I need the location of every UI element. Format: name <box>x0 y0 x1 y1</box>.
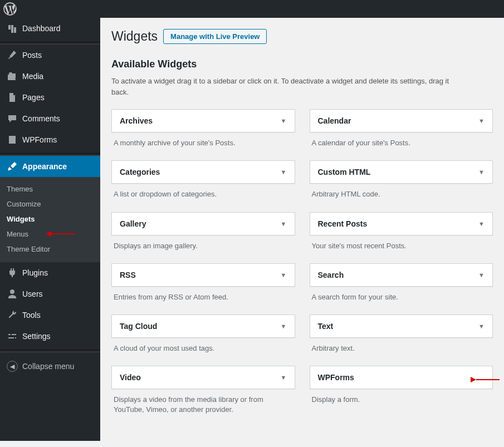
widget-title: Calendar <box>318 116 351 125</box>
widget-description: Displays an image gallery. <box>111 235 295 254</box>
collapse-menu[interactable]: ◀ Collapse menu <box>0 356 100 377</box>
sidebar-item-label: Plugins <box>22 268 48 277</box>
widget-video[interactable]: Video ▼ <box>111 366 295 389</box>
wrench-icon <box>7 310 18 321</box>
widget-search[interactable]: Search ▼ <box>310 263 493 287</box>
chevron-down-icon: ▼ <box>478 169 485 175</box>
admin-topbar <box>0 0 504 18</box>
widget-description: A search form for your site. <box>310 287 493 306</box>
widget-recent-posts[interactable]: Recent Posts ▼ <box>310 212 493 235</box>
collapse-icon: ◀ <box>7 361 18 372</box>
sidebar-item-label: Posts <box>22 51 42 60</box>
sidebar-item-label: WPForms <box>22 135 57 144</box>
widget-title: Recent Posts <box>318 219 368 228</box>
submenu-menus[interactable]: Menus <box>0 227 100 242</box>
admin-sidebar: Dashboard Posts Media Pages Comments WPF… <box>0 18 100 441</box>
widget-description: A list or dropdown of categories. <box>111 184 295 203</box>
chevron-down-icon: ▼ <box>281 220 287 227</box>
available-widgets-description: To activate a widget drag it to a sideba… <box>111 76 468 98</box>
chevron-down-icon: ▼ <box>478 220 485 227</box>
sidebar-item-comments[interactable]: Comments <box>0 108 100 129</box>
sidebar-item-label: Tools <box>22 311 41 320</box>
comment-icon <box>7 113 18 124</box>
sidebar-item-label: Media <box>22 72 43 81</box>
pin-icon <box>7 50 18 61</box>
sidebar-divider <box>0 350 100 352</box>
sidebar-item-wpforms[interactable]: WPForms <box>0 129 100 150</box>
widget-title: Text <box>318 322 334 331</box>
sidebar-item-pages[interactable]: Pages <box>0 87 100 108</box>
sidebar-item-tools[interactable]: Tools <box>0 304 100 326</box>
widget-categories[interactable]: Categories ▼ <box>111 160 295 184</box>
widget-description: Entries from any RSS or Atom feed. <box>111 287 295 306</box>
widget-description: A monthly archive of your site's Posts. <box>111 132 295 151</box>
widget-description: Arbitrary HTML code. <box>310 184 493 203</box>
submenu-theme-editor[interactable]: Theme Editor <box>0 242 100 257</box>
widget-title: Video <box>120 373 141 382</box>
submenu-themes[interactable]: Themes <box>0 181 100 197</box>
chevron-down-icon: ▼ <box>478 117 485 124</box>
chevron-down-icon: ▼ <box>281 272 287 278</box>
sidebar-item-appearance[interactable]: Appearance <box>0 156 100 177</box>
submenu-customize[interactable]: Customize <box>0 197 100 212</box>
sidebar-item-posts[interactable]: Posts <box>0 45 100 66</box>
widget-title: Gallery <box>120 219 146 228</box>
widget-title: Archives <box>120 116 153 125</box>
widget-calendar[interactable]: Calendar ▼ <box>310 109 493 132</box>
page-title: Widgets <box>111 29 158 44</box>
submenu-widgets[interactable]: Widgets <box>0 212 100 227</box>
user-icon <box>7 288 18 299</box>
widget-description: Your site's most recent Posts. <box>310 235 493 254</box>
sidebar-item-settings[interactable]: Settings <box>0 326 100 347</box>
form-icon <box>7 134 18 145</box>
widget-archives[interactable]: Archives ▼ <box>111 109 295 132</box>
sidebar-item-media[interactable]: Media <box>0 66 100 87</box>
brush-icon <box>7 161 18 172</box>
settings-icon <box>7 331 18 342</box>
sidebar-item-label: Comments <box>22 114 60 123</box>
widget-gallery[interactable]: Gallery ▼ <box>111 212 295 235</box>
sidebar-item-label: Dashboard <box>22 24 61 33</box>
wordpress-logo-icon[interactable] <box>3 2 17 16</box>
page-heading: Widgets Manage with Live Preview <box>111 29 493 44</box>
widget-description: Arbitrary text. <box>310 338 493 357</box>
widget-title: Custom HTML <box>318 168 371 176</box>
widget-custom-html[interactable]: Custom HTML ▼ <box>310 160 493 184</box>
widget-description: Display a form. <box>310 389 493 408</box>
manage-live-preview-button[interactable]: Manage with Live Preview <box>163 29 267 44</box>
sidebar-item-plugins[interactable]: Plugins <box>0 262 100 283</box>
widget-text[interactable]: Text ▼ <box>310 315 493 338</box>
page-icon <box>7 92 18 103</box>
appearance-submenu: Themes Customize Widgets Menus Theme Edi… <box>0 177 100 262</box>
sidebar-item-label: Appearance <box>22 162 67 171</box>
media-icon <box>7 71 18 82</box>
widget-tag-cloud[interactable]: Tag Cloud ▼ <box>111 315 295 338</box>
chevron-down-icon: ▼ <box>478 272 485 278</box>
widget-description: A cloud of your most used tags. <box>111 338 295 357</box>
widget-title: WPForms <box>318 373 354 382</box>
sidebar-item-label: Users <box>22 289 43 298</box>
widget-title: Search <box>318 271 344 279</box>
main-content: Widgets Manage with Live Preview Availab… <box>100 18 504 441</box>
widget-description: Displays a video from the media library … <box>111 389 295 418</box>
chevron-down-icon: ▼ <box>281 117 287 124</box>
widget-wpforms[interactable]: WPForms <box>310 366 493 389</box>
widget-grid: Archives ▼ A monthly archive of your sit… <box>111 109 493 427</box>
widget-title: RSS <box>120 271 136 279</box>
sidebar-item-users[interactable]: Users <box>0 283 100 304</box>
chevron-down-icon: ▼ <box>478 323 485 330</box>
chevron-down-icon: ▼ <box>281 374 287 381</box>
sidebar-item-dashboard[interactable]: Dashboard <box>0 18 100 39</box>
dashboard-icon <box>7 23 18 34</box>
chevron-down-icon: ▼ <box>281 323 287 330</box>
widget-title: Categories <box>120 168 160 176</box>
available-widgets-title: Available Widgets <box>111 58 493 70</box>
widget-description: A calendar of your site's Posts. <box>310 132 493 151</box>
chevron-down-icon: ▼ <box>281 169 287 175</box>
widget-rss[interactable]: RSS ▼ <box>111 263 295 287</box>
plugin-icon <box>7 267 18 278</box>
sidebar-item-label: Pages <box>22 93 45 102</box>
sidebar-item-label: Settings <box>22 332 51 341</box>
collapse-label: Collapse menu <box>22 362 74 371</box>
widget-title: Tag Cloud <box>120 322 157 331</box>
